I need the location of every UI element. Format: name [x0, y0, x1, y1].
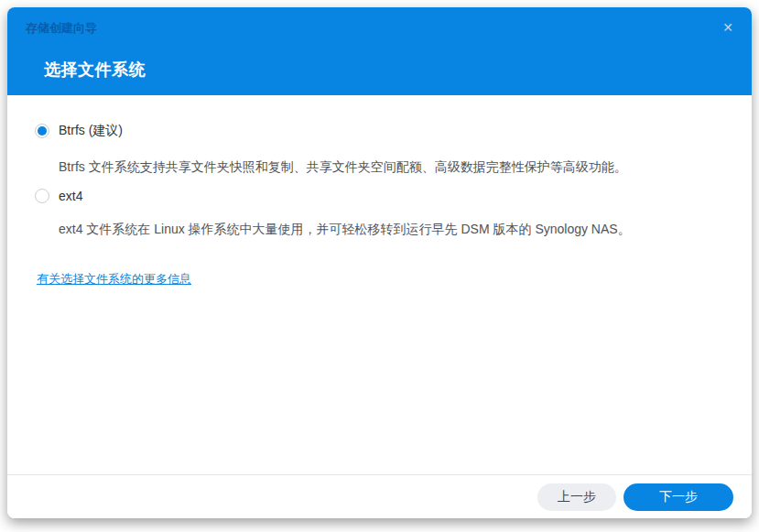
previous-step-button[interactable]: 上一步 [537, 483, 616, 511]
radio-btrfs[interactable] [35, 124, 49, 138]
close-icon[interactable]: ✕ [719, 18, 737, 37]
window-title: 存储创建向导 [26, 20, 97, 37]
filesystem-info-link[interactable]: 有关选择文件系统的更多信息 [37, 271, 191, 288]
radio-btrfs-label[interactable]: Btrfs (建议) [59, 123, 123, 139]
next-step-button[interactable]: 下一步 [623, 483, 733, 511]
filesystem-option-btrfs[interactable]: Btrfs (建议) [7, 95, 752, 139]
storage-creation-wizard-dialog: 存储创建向导 ✕ 选择文件系统 Btrfs (建议) Btrfs 文件系统支持共… [7, 7, 752, 518]
filesystem-option-ext4[interactable]: ext4 [7, 189, 752, 203]
page-title: 选择文件系统 [44, 59, 146, 81]
dialog-header: 存储创建向导 ✕ 选择文件系统 [7, 7, 752, 95]
radio-ext4[interactable] [35, 189, 49, 203]
btrfs-description: Btrfs 文件系统支持共享文件夹快照和复制、共享文件夹空间配额、高级数据完整性… [59, 159, 715, 174]
radio-ext4-label[interactable]: ext4 [59, 189, 82, 203]
dialog-footer: 上一步 下一步 [7, 474, 752, 518]
dialog-body: Btrfs (建议) Btrfs 文件系统支持共享文件夹快照和复制、共享文件夹空… [7, 95, 752, 474]
ext4-description: ext4 文件系统在 Linux 操作系统中大量使用，并可轻松移转到运行早先 D… [59, 222, 715, 236]
